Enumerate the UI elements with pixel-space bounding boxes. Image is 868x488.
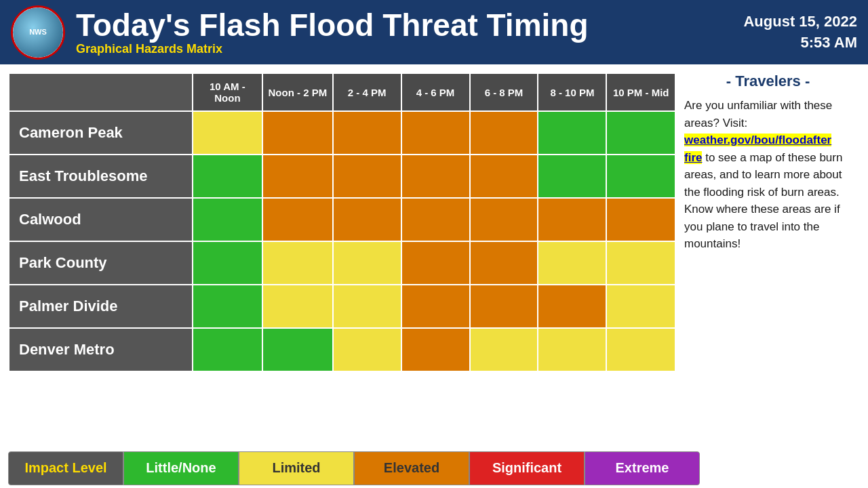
cell-r5-c3 [401,328,470,371]
row-label-2: Calwood [9,198,193,241]
cell-r0-c3 [401,111,470,155]
cell-r1-c6 [606,155,675,198]
cell-r3-c3 [401,241,470,285]
main-content: 10 AM - Noon Noon - 2 PM 2 - 4 PM 4 - 6 … [0,64,868,444]
matrix-body: Cameron PeakEast TroublesomeCalwoodPark … [9,111,675,371]
cell-r3-c2 [333,241,401,285]
col-header-1: 10 AM - Noon [193,73,262,111]
cell-r5-c6 [606,328,675,371]
legend-elevated: Elevated [354,451,469,485]
row-label-5: Denver Metro [9,328,193,371]
legend-little-none: Little/None [123,451,239,485]
table-row: Cameron Peak [9,111,675,155]
cell-r5-c5 [538,328,606,371]
table-row: Denver Metro [9,328,675,371]
col-header-3: 2 - 4 PM [333,73,401,111]
legend-limited: Limited [239,451,354,485]
travelers-text-after: to see a map of these burn areas, and to… [684,151,842,251]
col-header-6: 8 - 10 PM [538,73,606,111]
cell-r2-c2 [333,198,401,241]
nws-logo-inner: NWS [13,7,63,58]
header-title-block: Today's Flash Flood Threat Timing Graphi… [76,8,743,57]
cell-r1-c2 [333,155,401,198]
row-label-3: Park County [9,241,193,285]
cell-r2-c3 [401,198,470,241]
cell-r1-c1 [262,155,332,198]
cell-r0-c1 [262,111,332,155]
cell-r4-c4 [470,285,538,328]
matrix-section: 10 AM - Noon Noon - 2 PM 2 - 4 PM 4 - 6 … [8,73,676,444]
row-label-0: Cameron Peak [9,111,193,155]
travelers-section: - Travelers - Are you unfamiliar with th… [676,73,860,444]
col-header-7: 10 PM - Mid [606,73,675,111]
table-row: East Troublesome [9,155,675,198]
table-row: Calwood [9,198,675,241]
sub-title: Graphical Hazards Matrix [76,42,743,56]
table-header-empty [9,73,193,111]
nws-logo-text: NWS [29,28,47,36]
cell-r2-c1 [262,198,332,241]
col-header-5: 6 - 8 PM [470,73,538,111]
cell-r4-c5 [538,285,606,328]
cell-r2-c4 [470,198,538,241]
cell-r1-c4 [470,155,538,198]
legend-impact-label: Impact Level [8,451,123,485]
cell-r1-c0 [193,155,262,198]
header: NWS Today's Flash Flood Threat Timing Gr… [0,0,868,64]
main-title: Today's Flash Flood Threat Timing [76,8,743,43]
legend-significant: Significant [469,451,585,485]
cell-r3-c5 [538,241,606,285]
cell-r5-c1 [262,328,332,371]
table-row: Park County [9,241,675,285]
cell-r3-c1 [262,241,332,285]
cell-r0-c5 [538,111,606,155]
cell-r0-c6 [606,111,675,155]
header-datetime: August 15, 2022 5:53 AM [743,12,857,54]
table-row: Palmer Divide [9,285,675,328]
cell-r4-c2 [333,285,401,328]
header-date: August 15, 2022 [743,12,857,33]
travelers-title: - Travelers - [684,73,852,90]
cell-r5-c0 [193,328,262,371]
cell-r1-c3 [401,155,470,198]
cell-r2-c5 [538,198,606,241]
cell-r5-c4 [470,328,538,371]
cell-r5-c2 [333,328,401,371]
cell-r2-c6 [606,198,675,241]
row-label-4: Palmer Divide [9,285,193,328]
legend-extreme: Extreme [585,451,700,485]
cell-r0-c4 [470,111,538,155]
nws-logo: NWS [11,5,65,60]
legend: Impact Level Little/None Limited Elevate… [8,449,860,487]
header-time: 5:53 AM [743,33,857,54]
cell-r2-c0 [193,198,262,241]
cell-r4-c6 [606,285,675,328]
cell-r4-c1 [262,285,332,328]
cell-r3-c0 [193,241,262,285]
cell-r4-c3 [401,285,470,328]
travelers-text: Are you unfamiliar with these areas? Vis… [684,97,852,253]
cell-r1-c5 [538,155,606,198]
col-header-4: 4 - 6 PM [401,73,470,111]
cell-r3-c6 [606,241,675,285]
hazard-matrix-table: 10 AM - Noon Noon - 2 PM 2 - 4 PM 4 - 6 … [8,73,676,372]
row-label-1: East Troublesome [9,155,193,198]
cell-r3-c4 [470,241,538,285]
cell-r4-c0 [193,285,262,328]
col-header-2: Noon - 2 PM [262,73,332,111]
cell-r0-c0 [193,111,262,155]
cell-r0-c2 [333,111,401,155]
travelers-text-before: Are you unfamiliar with these areas? Vis… [684,99,832,129]
